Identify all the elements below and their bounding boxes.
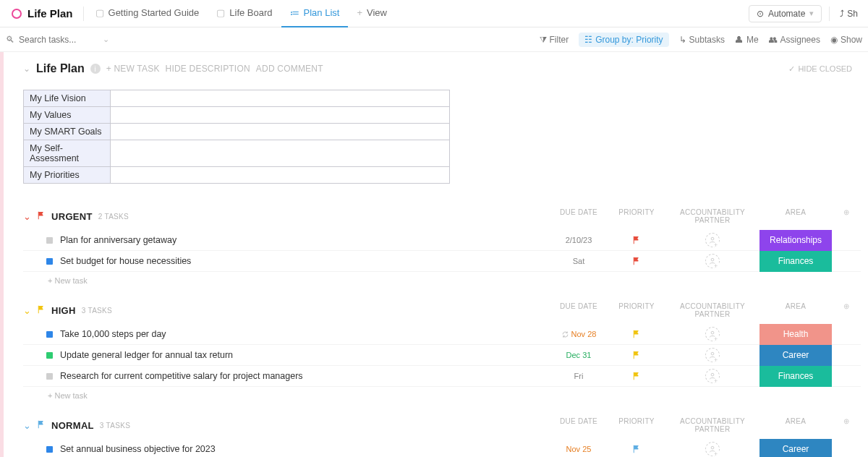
task-accountability[interactable] <box>665 442 760 456</box>
svg-point-0 <box>711 237 714 240</box>
collapse-icon[interactable]: ⌄ <box>23 64 30 74</box>
share-button[interactable]: ⤴ Sh <box>837 6 861 22</box>
desc-row[interactable]: My Values <box>24 107 450 124</box>
task-row[interactable]: Take 10,000 steps per dayNov 28Health <box>23 324 861 345</box>
new-task-button[interactable]: + New task <box>23 272 861 285</box>
desc-row-value[interactable] <box>111 140 450 167</box>
task-due-date[interactable]: Dec 31 <box>550 351 608 359</box>
task-row[interactable]: Set budget for house necessitiesSatFinan… <box>23 251 861 272</box>
task-area[interactable]: Finances <box>760 366 832 387</box>
task-name: Set budget for house necessities <box>60 256 550 266</box>
show-button[interactable]: ◉Show <box>830 35 862 45</box>
col-priority[interactable]: PRIORITY <box>608 302 665 318</box>
col-priority[interactable]: PRIORITY <box>608 208 665 224</box>
add-view-tab[interactable]: +View <box>348 0 396 27</box>
status-square[interactable] <box>46 446 53 453</box>
task-due-date[interactable]: Sat <box>550 257 608 265</box>
status-square[interactable] <box>46 373 53 380</box>
task-due-date[interactable]: 2/10/23 <box>550 236 608 244</box>
view-tab[interactable]: ▢Getting Started Guide <box>87 0 208 27</box>
subtasks-button[interactable]: ↳Subtasks <box>679 35 725 45</box>
group-by-button[interactable]: ☷Group by: Priority <box>579 33 668 47</box>
task-row[interactable]: Research for current competitive salary … <box>23 366 861 387</box>
desc-row-value[interactable] <box>111 167 450 184</box>
task-accountability[interactable] <box>665 254 760 268</box>
task-area[interactable]: Relationships <box>760 230 832 251</box>
col-due-date[interactable]: DUE DATE <box>550 417 608 433</box>
search-input[interactable] <box>19 35 98 45</box>
collapse-group-icon[interactable]: ⌄ <box>23 211 31 222</box>
desc-row-value[interactable] <box>111 124 450 140</box>
page-title[interactable]: Life Plan <box>36 62 85 75</box>
add-assignee-icon[interactable] <box>705 327 720 341</box>
task-priority-flag[interactable] <box>608 372 665 380</box>
task-due-date[interactable]: Fri <box>550 372 608 380</box>
new-task-button[interactable]: + New task <box>23 387 861 400</box>
add-assignee-icon[interactable] <box>705 442 720 456</box>
collapse-group-icon[interactable]: ⌄ <box>23 420 31 431</box>
desc-row[interactable]: My SMART Goals <box>24 124 450 140</box>
task-priority-flag[interactable] <box>608 330 665 338</box>
hide-description-button[interactable]: HIDE DESCRIPTION <box>166 64 250 74</box>
filter-button[interactable]: ⧩Filter <box>540 35 569 45</box>
new-task-button[interactable]: + NEW TASK <box>106 64 160 74</box>
col-accountability[interactable]: ACCOUNTABILITY PARTNER <box>665 302 760 318</box>
subtasks-label: Subtasks <box>689 35 725 45</box>
tab-label: Plan List <box>304 7 340 18</box>
desc-row-label: My SMART Goals <box>24 124 111 140</box>
hide-closed-button[interactable]: ✓ HIDE CLOSED <box>788 64 852 74</box>
info-icon[interactable]: i <box>90 64 101 74</box>
add-column-icon[interactable]: ⊕ <box>832 208 861 224</box>
add-assignee-icon[interactable] <box>705 369 720 383</box>
task-priority-flag[interactable] <box>608 445 665 453</box>
status-square[interactable] <box>46 331 53 338</box>
task-accountability[interactable] <box>665 369 760 383</box>
desc-row[interactable]: My Self-Assessment <box>24 140 450 167</box>
task-area[interactable]: Career <box>760 345 832 366</box>
task-accountability[interactable] <box>665 348 760 362</box>
task-row[interactable]: Update general ledger for annual tax ret… <box>23 345 861 366</box>
task-area[interactable]: Career <box>760 439 832 458</box>
view-tab[interactable]: ▢Life Board <box>208 0 281 27</box>
col-due-date[interactable]: DUE DATE <box>550 302 608 318</box>
add-assignee-icon[interactable] <box>705 233 720 247</box>
add-comment-button[interactable]: ADD COMMENT <box>256 64 323 74</box>
add-column-icon[interactable]: ⊕ <box>832 302 861 318</box>
space-title[interactable]: Life Plan <box>4 7 80 20</box>
col-priority[interactable]: PRIORITY <box>608 417 665 433</box>
task-priority-flag[interactable] <box>608 351 665 359</box>
assignees-button[interactable]: 👥︎Assignees <box>769 35 820 45</box>
add-assignee-icon[interactable] <box>705 254 720 268</box>
desc-row[interactable]: My Priorities <box>24 167 450 184</box>
task-due-date[interactable]: Nov 28 <box>550 330 608 338</box>
task-row[interactable]: Set annual business objective for 2023No… <box>23 439 861 457</box>
task-row[interactable]: Plan for anniversary getaway2/10/23Relat… <box>23 230 861 251</box>
task-priority-flag[interactable] <box>608 257 665 265</box>
desc-row[interactable]: My Life Vision <box>24 90 450 107</box>
collapse-group-icon[interactable]: ⌄ <box>23 305 31 316</box>
automate-button[interactable]: ⊙ Automate ▾ <box>749 5 822 22</box>
col-area[interactable]: AREA <box>760 302 832 318</box>
status-square[interactable] <box>46 258 53 265</box>
col-area[interactable]: AREA <box>760 417 832 433</box>
area-tag: Health <box>760 324 832 345</box>
me-button[interactable]: 👤︎Me <box>735 35 759 45</box>
status-square[interactable] <box>46 352 53 359</box>
add-column-icon[interactable]: ⊕ <box>832 417 861 433</box>
view-tab[interactable]: ≔Plan List <box>281 0 349 27</box>
col-area[interactable]: AREA <box>760 208 832 224</box>
chevron-down-icon[interactable]: ⌄ <box>103 35 109 44</box>
col-accountability[interactable]: ACCOUNTABILITY PARTNER <box>665 417 760 433</box>
task-priority-flag[interactable] <box>608 236 665 244</box>
task-due-date[interactable]: Nov 25 <box>550 445 608 453</box>
desc-row-value[interactable] <box>111 90 450 107</box>
task-accountability[interactable] <box>665 233 760 247</box>
add-assignee-icon[interactable] <box>705 348 720 362</box>
col-accountability[interactable]: ACCOUNTABILITY PARTNER <box>665 208 760 224</box>
task-area[interactable]: Finances <box>760 251 832 272</box>
task-accountability[interactable] <box>665 327 760 341</box>
desc-row-value[interactable] <box>111 107 450 124</box>
task-area[interactable]: Health <box>760 324 832 345</box>
col-due-date[interactable]: DUE DATE <box>550 208 608 224</box>
status-square[interactable] <box>46 237 53 244</box>
